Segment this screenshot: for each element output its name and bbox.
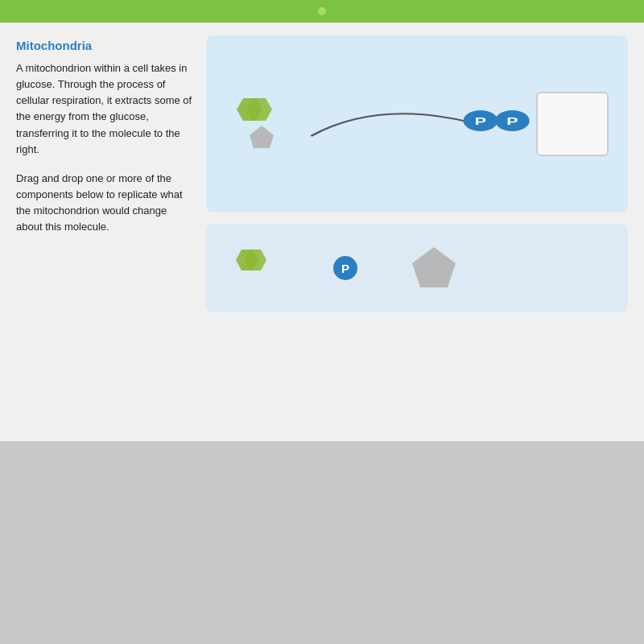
- drop-target-box[interactable]: [536, 92, 609, 156]
- bottom-area: [0, 441, 644, 634]
- main-content: Mitochondria A mitochondrion within a ce…: [0, 23, 644, 441]
- section-title: Mitochondria: [16, 39, 193, 52]
- glucose-component[interactable]: [229, 246, 285, 291]
- diagram-inner: P P: [225, 92, 609, 156]
- top-bar-dot: [318, 7, 326, 15]
- phosphate-component[interactable]: P: [333, 256, 357, 280]
- diagram-area: P P: [206, 35, 628, 213]
- left-panel: Mitochondria A mitochondrion within a ce…: [16, 35, 193, 428]
- svg-text:P: P: [475, 115, 487, 127]
- svg-marker-2: [250, 126, 274, 148]
- connector-line: P P: [298, 92, 536, 156]
- svg-marker-9: [412, 247, 456, 287]
- top-bar: [0, 0, 644, 23]
- description-text: A mitochondrion within a cell takes in g…: [16, 60, 193, 158]
- instruction-text: Drag and drop one or more of the compone…: [16, 171, 193, 236]
- component-tray: P: [206, 224, 628, 312]
- glucose-molecule[interactable]: [225, 92, 298, 156]
- pentagon-component[interactable]: [406, 244, 462, 292]
- svg-text:P: P: [506, 115, 518, 127]
- right-panel: P P P: [206, 35, 628, 428]
